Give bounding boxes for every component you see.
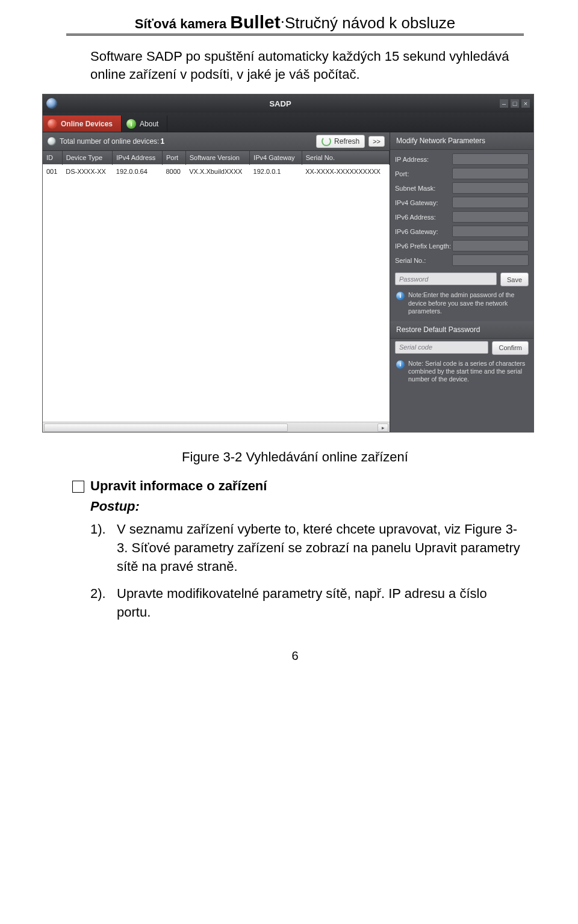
section-title: Upravit informace o zařízení: [90, 478, 524, 494]
window-title: SADP: [61, 99, 500, 108]
tab-online-devices[interactable]: Online Devices: [43, 116, 122, 132]
col-id[interactable]: ID: [43, 151, 62, 165]
header-big: Bullet: [230, 12, 280, 32]
online-devices-icon: [48, 119, 57, 129]
input-ip[interactable]: [452, 153, 529, 165]
header-pre: Síťová kamera: [135, 16, 231, 31]
maximize-button[interactable]: □: [511, 99, 519, 108]
col-software[interactable]: Software Version: [185, 151, 249, 165]
note-text-1: Note:Enter the admin password of the dev…: [408, 291, 527, 315]
label-ipv4-gateway: IPv4 Gateway:: [395, 199, 452, 206]
cell-software: VX.X.XbuildXXXX: [185, 165, 249, 179]
label-ipv6-address: IPv6 Address:: [395, 214, 452, 221]
intro-text: Software SADP po spuštění automaticky ka…: [90, 48, 524, 83]
minimize-button[interactable]: –: [500, 99, 508, 108]
info-icon: [396, 292, 405, 300]
close-button[interactable]: ×: [521, 99, 530, 108]
input-ipv6-address[interactable]: [452, 211, 529, 223]
expand-button[interactable]: >>: [368, 136, 385, 147]
horizontal-scrollbar[interactable]: ▸: [43, 422, 390, 432]
label-ipv6-gateway: IPv6 Gateway:: [395, 228, 452, 235]
step-2: 2). Upravte modifikovatelné parametry sí…: [90, 585, 524, 622]
refresh-icon: [322, 137, 331, 146]
tab-about[interactable]: About: [122, 116, 167, 132]
cell-port: 8000: [163, 165, 186, 179]
checkbox-icon: [72, 481, 84, 493]
device-list-panel: Total number of online devices: 1 Refres…: [43, 132, 390, 432]
app-icon: [46, 98, 57, 109]
input-ipv6-prefix[interactable]: [452, 240, 529, 251]
cell-serial: XX-XXXX-XXXXXXXXXX: [302, 165, 389, 179]
label-port: Port:: [395, 170, 452, 177]
tab-label: About: [140, 120, 158, 128]
input-subnet[interactable]: [452, 182, 529, 194]
titlebar: SADP – □ ×: [43, 94, 533, 112]
page-number: 6: [66, 649, 524, 663]
list-toolbar: Total number of online devices: 1 Refres…: [43, 132, 390, 151]
modify-panel: Modify Network Parameters IP Address: Po…: [390, 132, 533, 432]
count-icon: [48, 137, 56, 146]
header-dot: ·: [281, 12, 285, 30]
table-row[interactable]: 001 DS-XXXX-XX 192.0.0.64 8000 VX.X.Xbui…: [43, 165, 390, 179]
cell-id: 001: [43, 165, 62, 179]
label-serial: Serial No.:: [395, 257, 452, 264]
restore-heading: Restore Default Password: [390, 321, 533, 339]
scrollbar-right-arrow[interactable]: ▸: [378, 424, 388, 432]
step-text: Upravte modifikovatelné parametry sítě, …: [117, 585, 524, 622]
step-text: V seznamu zařízení vyberte to, které chc…: [117, 520, 524, 576]
input-serial[interactable]: [452, 254, 529, 266]
refresh-label: Refresh: [334, 137, 359, 146]
scrollbar-thumb[interactable]: [44, 424, 288, 432]
note-text-2: Note: Serial code is a series of charact…: [408, 360, 527, 383]
step-number: 1).: [90, 520, 117, 576]
cell-gateway: 192.0.0.1: [250, 165, 302, 179]
save-button[interactable]: Save: [500, 273, 529, 286]
input-port[interactable]: [452, 168, 529, 179]
confirm-button[interactable]: Confirm: [492, 341, 529, 355]
device-table[interactable]: ID Device Type IPv4 Address Port Softwar…: [43, 151, 390, 178]
step-number: 2).: [90, 585, 117, 622]
label-subnet: Subnet Mask:: [395, 185, 452, 192]
cell-ipv4: 192.0.0.64: [113, 165, 163, 179]
col-gateway[interactable]: IPv4 Gateway: [250, 151, 302, 165]
password-input[interactable]: Password: [395, 273, 497, 285]
total-label: Total number of online devices:: [60, 137, 159, 146]
header-post: Stručný návod k obsluze: [285, 14, 455, 32]
input-ipv4-gateway[interactable]: [452, 197, 529, 208]
total-count: 1: [160, 137, 164, 146]
step-1: 1). V seznamu zařízení vyberte to, které…: [90, 520, 524, 576]
col-type[interactable]: Device Type: [62, 151, 113, 165]
page-header: Síťová kamera Bullet·Stručný návod k obs…: [66, 12, 524, 35]
label-ip: IP Address:: [395, 156, 452, 163]
section-title-text: Upravit informace o zařízení: [90, 478, 267, 493]
info-icon: [396, 360, 405, 369]
cell-type: DS-XXXX-XX: [62, 165, 113, 179]
input-ipv6-gateway[interactable]: [452, 226, 529, 237]
modify-heading: Modify Network Parameters: [390, 132, 533, 150]
table-empty-area: [43, 178, 390, 422]
sadp-window: SADP – □ × Online Devices About Total nu…: [42, 94, 534, 433]
label-ipv6-prefix: IPv6 Prefix Length:: [395, 242, 452, 250]
figure-caption: Figure 3-2 Vyhledávání online zařízení: [66, 449, 524, 465]
col-ipv4[interactable]: IPv4 Address: [113, 151, 163, 165]
tabbar: Online Devices About: [43, 112, 533, 132]
serial-code-input[interactable]: Serial code: [395, 341, 488, 354]
col-port[interactable]: Port: [163, 151, 186, 165]
tab-label: Online Devices: [61, 120, 113, 128]
col-serial[interactable]: Serial No.: [302, 151, 389, 165]
procedure-heading: Postup:: [90, 499, 524, 514]
about-icon: [126, 119, 136, 129]
refresh-button[interactable]: Refresh: [316, 135, 365, 148]
